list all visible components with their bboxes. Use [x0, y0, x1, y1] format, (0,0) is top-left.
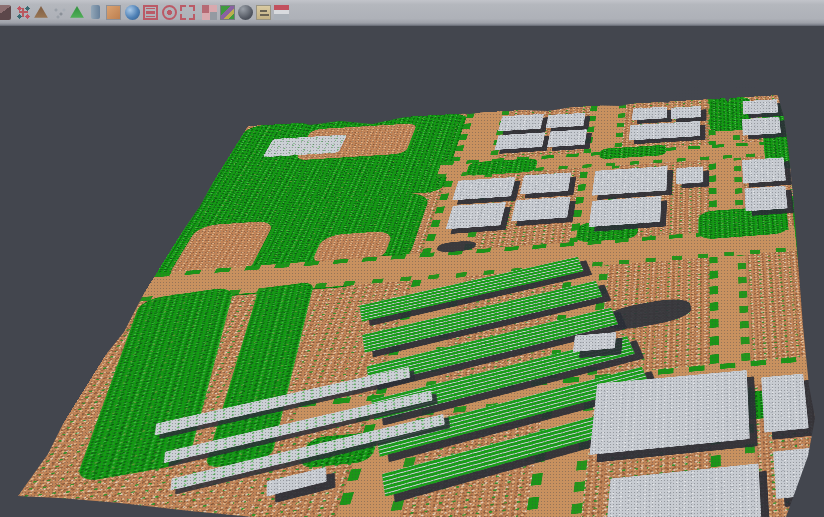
profile-lines-icon: [143, 5, 158, 20]
building: [452, 177, 515, 200]
point-density-button[interactable]: [50, 3, 68, 21]
building: [629, 121, 700, 141]
column-filter-button[interactable]: [86, 3, 104, 21]
vegetation-surface-icon: [70, 5, 85, 20]
building: [605, 463, 762, 517]
vegetation-patch: [791, 194, 824, 293]
building: [498, 114, 544, 131]
profile-lines-button[interactable]: [141, 3, 159, 21]
zoom-extents-button[interactable]: [178, 3, 196, 21]
zoom-extents-icon: [180, 5, 195, 20]
building: [773, 447, 819, 499]
toolbar: [0, 0, 824, 26]
application-window: [0, 0, 824, 517]
ortho-tile-icon: [106, 5, 121, 20]
globe-view-icon: [125, 5, 140, 20]
building: [546, 113, 586, 128]
building: [511, 197, 571, 222]
vegetation-surface-button[interactable]: [68, 3, 86, 21]
checker-select-button[interactable]: [200, 3, 218, 21]
sphere-view-button[interactable]: [236, 3, 254, 21]
building: [742, 157, 786, 183]
building: [671, 106, 701, 119]
align-points-icon: [16, 5, 31, 20]
measure-sheet-button[interactable]: [254, 3, 272, 21]
building: [589, 196, 662, 227]
building: [676, 166, 703, 184]
point-density-icon: [52, 5, 67, 20]
target-select-button[interactable]: [160, 3, 178, 21]
terrain-model-button[interactable]: [32, 3, 50, 21]
building: [446, 202, 506, 229]
clipped-tool-icon: [0, 5, 11, 20]
checker-select-icon: [202, 5, 217, 20]
ortho-tile-button[interactable]: [104, 3, 122, 21]
building: [743, 99, 779, 114]
measure-sheet-icon: [256, 5, 271, 20]
building: [520, 172, 572, 194]
3d-viewport[interactable]: [0, 26, 824, 517]
building: [744, 186, 787, 212]
shadow-void: [602, 295, 694, 333]
column-filter-icon: [91, 5, 100, 19]
building: [632, 107, 667, 121]
building: [495, 132, 546, 150]
point-cloud-extent: [0, 26, 824, 517]
layer-slab-button[interactable]: [272, 3, 290, 21]
layer-slab-icon: [274, 5, 289, 20]
building: [761, 374, 809, 433]
target-select-icon: [162, 5, 177, 20]
terrain-model-icon: [34, 5, 49, 20]
sphere-view-icon: [238, 5, 253, 20]
classification-palette-button[interactable]: [218, 3, 236, 21]
globe-view-button[interactable]: [123, 3, 141, 21]
classification-palette-icon: [220, 5, 235, 20]
clipped-tool-button[interactable]: [0, 3, 12, 21]
align-points-button[interactable]: [14, 3, 32, 21]
building: [592, 166, 668, 196]
building: [742, 117, 781, 136]
classified-point-cloud: [0, 94, 824, 517]
building: [547, 129, 587, 147]
building: [266, 467, 326, 497]
